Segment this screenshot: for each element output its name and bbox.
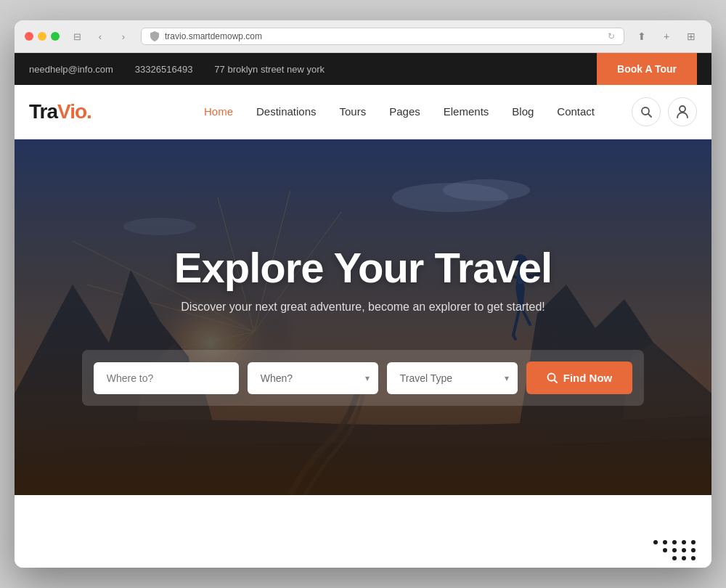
search-icon (640, 106, 652, 118)
navbar: TraVio. Home Destinations Tours Pages El… (15, 85, 711, 139)
security-icon (150, 31, 159, 41)
nav-item-tours[interactable]: Tours (340, 105, 367, 118)
nav-item-destinations[interactable]: Destinations (256, 105, 317, 118)
travel-type-select-wrapper: Travel Type Adventure Beach Mountain (387, 362, 518, 394)
nav-item-pages[interactable]: Pages (389, 105, 420, 118)
bottom-section (15, 495, 711, 568)
top-info-bar: needhelp@info.com 33326516493 77 broklyn… (15, 53, 711, 85)
search-bar: When? January February March Travel Type… (82, 350, 645, 406)
logo-prefix: Tra (29, 100, 57, 123)
navigation-controls: ⊟ ‹ › (67, 28, 134, 44)
hero-title: Explore Your Travel (174, 243, 552, 292)
search-button[interactable] (632, 97, 661, 126)
user-button[interactable] (668, 97, 697, 126)
address-info: 77 broklyn street new york (214, 64, 325, 75)
travel-type-select[interactable]: Travel Type Adventure Beach Mountain (387, 362, 518, 394)
find-now-button[interactable]: Find Now (526, 362, 633, 394)
email-info: needhelp@info.com (29, 64, 113, 75)
nav-action-icons (632, 97, 697, 126)
hero-section: Explore Your Travel Discover your next g… (15, 139, 711, 495)
nav-item-contact[interactable]: Contact (557, 105, 595, 118)
svg-line-20 (554, 380, 557, 383)
svg-point-2 (680, 106, 685, 112)
when-select-wrapper: When? January February March (248, 362, 378, 394)
tab-overview-button[interactable]: ⊞ (681, 28, 701, 44)
contact-info: needhelp@info.com 33326516493 77 broklyn… (29, 64, 575, 75)
nav-links: Home Destinations Tours Pages Elements B… (167, 105, 632, 118)
window-controls (25, 32, 60, 41)
url-text: travio.smartdemowp.com (165, 31, 262, 41)
when-select[interactable]: When? January February March (248, 362, 378, 394)
new-tab-button[interactable]: + (656, 28, 677, 44)
find-search-icon (547, 372, 558, 383)
browser-chrome: ⊟ ‹ › travio.smartdemowp.com ↻ ⬆ + ⊞ (15, 20, 711, 53)
window-view-icon[interactable]: ⊟ (67, 28, 87, 44)
find-now-label: Find Now (563, 372, 613, 384)
user-icon (677, 105, 688, 118)
minimize-window-dot[interactable] (38, 32, 46, 41)
logo[interactable]: TraVio. (29, 100, 167, 123)
reload-icon[interactable]: ↻ (608, 31, 615, 41)
close-window-dot[interactable] (25, 32, 33, 41)
forward-button[interactable]: › (113, 28, 134, 44)
back-button[interactable]: ‹ (90, 28, 110, 44)
decorative-dots (653, 540, 697, 560)
book-tour-button[interactable]: Book A Tour (597, 53, 697, 85)
nav-item-elements[interactable]: Elements (444, 105, 489, 118)
maximize-window-dot[interactable] (51, 32, 60, 41)
address-bar[interactable]: travio.smartdemowp.com ↻ (141, 28, 624, 45)
destination-input[interactable] (94, 362, 239, 394)
nav-item-blog[interactable]: Blog (512, 105, 534, 118)
browser-window: ⊟ ‹ › travio.smartdemowp.com ↻ ⬆ + ⊞ nee… (15, 20, 711, 568)
hero-content: Explore Your Travel Discover your next g… (15, 139, 711, 495)
logo-suffix: Vio. (57, 100, 91, 123)
phone-info: 33326516493 (135, 64, 193, 75)
nav-item-home[interactable]: Home (204, 105, 233, 118)
browser-action-buttons: ⬆ + ⊞ (632, 28, 701, 44)
svg-line-1 (648, 114, 651, 117)
hero-subtitle: Discover your next great adventure, beco… (181, 301, 545, 314)
share-button[interactable]: ⬆ (632, 28, 652, 44)
